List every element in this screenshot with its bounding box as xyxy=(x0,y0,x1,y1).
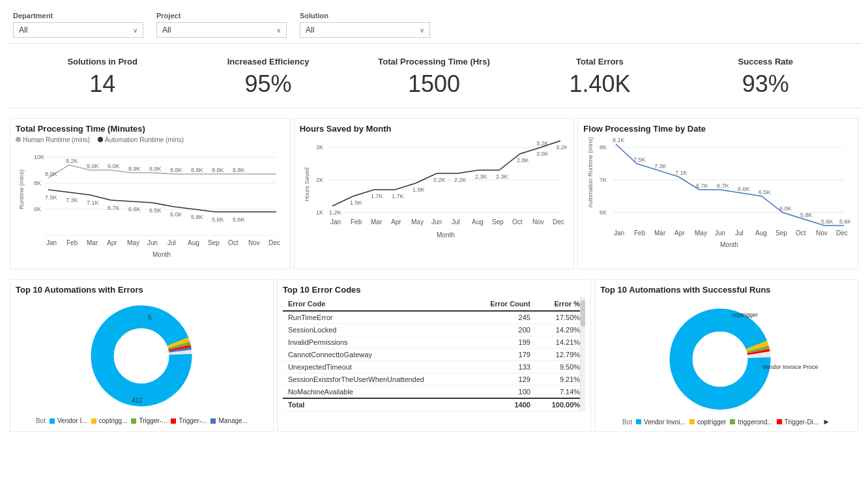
svg-text:Jan: Jan xyxy=(614,229,624,237)
svg-text:Aug: Aug xyxy=(472,218,484,226)
filters-row: Department All ∨ Project All ∨ Solution … xyxy=(7,7,861,44)
hours-saved-chart-container: 3K 2K 1K Hours Saved 1.2K 1.5K 1.7K 1.7K xyxy=(300,136,569,259)
successful-bot-label: Bot xyxy=(622,418,632,426)
legend-label-4: Trigger-... xyxy=(179,417,207,424)
errors-legend: Bot Vendor I... coptrigg... Trigger-... xyxy=(36,417,248,424)
svg-text:9.2K: 9.2K xyxy=(66,158,78,164)
svg-text:8.0K: 8.0K xyxy=(45,171,57,177)
svg-text:7.1K: 7.1K xyxy=(675,169,687,176)
table-row: UnexpectedTimeout1339.50% xyxy=(283,361,585,374)
scrollbar-thumb[interactable] xyxy=(581,300,585,327)
department-label: Department xyxy=(13,12,143,20)
errors-panel: Top 10 Automations with Errors xyxy=(10,279,274,432)
svg-text:Jul: Jul xyxy=(167,239,176,246)
svg-text:Oct: Oct xyxy=(228,239,239,246)
suc-legend-item-3: triggerond... xyxy=(730,418,772,426)
svg-text:Month: Month xyxy=(437,231,455,239)
table-cell: 9.50% xyxy=(536,361,585,374)
table-cell: NoMachineAvailable xyxy=(283,386,470,399)
nav-right-icon: ► xyxy=(822,417,830,426)
table-cell: 17.50% xyxy=(536,311,585,324)
legend-color-5 xyxy=(210,418,216,424)
legend-item-3: Trigger-... xyxy=(131,417,167,424)
legend-bot-label: Bot xyxy=(36,417,46,424)
total-pct: 100.00% xyxy=(536,398,585,411)
legend-label-5: Manage... xyxy=(218,417,247,424)
kpi-errors-title: Total Errors xyxy=(517,57,682,66)
solution-select[interactable]: All ∨ xyxy=(300,22,430,38)
svg-text:Nov: Nov xyxy=(532,218,544,226)
scrollbar-track[interactable] xyxy=(580,297,585,411)
table-cell: CannotConnecttoGateway xyxy=(283,349,470,361)
department-select[interactable]: All ∨ xyxy=(13,22,143,38)
svg-text:coptrigger: coptrigger xyxy=(732,312,758,318)
svg-text:Sep: Sep xyxy=(492,218,504,226)
table-cell: 200 xyxy=(470,324,536,336)
svg-text:Dec: Dec xyxy=(836,229,848,237)
suc-legend-item-nav[interactable]: ► xyxy=(822,417,830,426)
svg-text:May: May xyxy=(695,229,707,237)
successful-title: Top 10 Automations with Successful Runs xyxy=(600,285,852,295)
kpi-efficiency-value: 95% xyxy=(185,70,351,98)
successful-panel: Top 10 Automations with Successful Runs … xyxy=(594,279,858,432)
svg-text:1.7K: 1.7K xyxy=(371,193,383,199)
project-select[interactable]: All ∨ xyxy=(156,22,287,38)
svg-point-112 xyxy=(114,329,169,383)
svg-text:8K: 8K xyxy=(600,144,607,151)
error-codes-panel: Top 10 Error Codes Error Code Error Coun… xyxy=(277,279,591,432)
svg-text:7.3K: 7.3K xyxy=(654,163,667,169)
svg-text:Aug: Aug xyxy=(755,229,767,237)
col-error-pct: Error % xyxy=(536,297,585,311)
table-cell: 9.21% xyxy=(536,374,585,386)
kpi-success-rate: Success Rate 93% xyxy=(683,57,848,98)
error-codes-table-wrapper[interactable]: Error Code Error Count Error % RunTimeEr… xyxy=(283,297,585,411)
svg-text:6K: 6K xyxy=(34,206,41,212)
project-value: All xyxy=(162,25,171,35)
svg-text:2.8K: 2.8K xyxy=(517,157,529,164)
legend-item-4: Trigger-... xyxy=(171,417,207,424)
suc-legend-color-4 xyxy=(777,419,782,424)
svg-text:2.2K: 2.2K xyxy=(433,177,446,183)
svg-text:Jun: Jun xyxy=(715,229,725,237)
svg-text:Sep: Sep xyxy=(775,229,787,237)
svg-text:Mar: Mar xyxy=(87,239,98,246)
svg-text:5: 5 xyxy=(148,314,152,321)
svg-text:6K: 6K xyxy=(600,209,607,216)
svg-text:Feb: Feb xyxy=(634,229,646,237)
svg-text:2.3K: 2.3K xyxy=(475,173,487,180)
legend-label-1: Vendor I... xyxy=(57,417,87,424)
table-cell: 179 xyxy=(470,349,536,361)
legend-item-2: coptrigg... xyxy=(91,417,128,424)
total-count: 1400 xyxy=(470,398,536,411)
kpi-efficiency-title: Increased Efficiency xyxy=(185,57,351,66)
legend-color-4 xyxy=(171,418,176,424)
svg-text:Hours Saved: Hours Saved xyxy=(304,168,310,201)
processing-time-chart: Total Processing Time (Minutes) Human Ru… xyxy=(10,118,291,269)
hours-saved-chart: Hours Saved by Month 3K 2K 1K Hours Save… xyxy=(294,118,575,269)
svg-text:9.0K: 9.0K xyxy=(87,163,99,169)
svg-text:2.2K: 2.2K xyxy=(454,177,467,183)
svg-text:Apr: Apr xyxy=(107,239,117,246)
kpi-total-errors: Total Errors 1.40K xyxy=(517,57,682,98)
svg-text:Mar: Mar xyxy=(654,229,666,237)
svg-text:1.5K: 1.5K xyxy=(350,199,362,206)
legend-label-2: coptrigg... xyxy=(99,417,128,424)
svg-text:1.2K: 1.2K xyxy=(329,209,341,216)
svg-text:8K: 8K xyxy=(34,180,41,186)
table-cell: 245 xyxy=(470,311,536,324)
svg-text:Jul: Jul xyxy=(452,218,460,226)
table-row: SessionExistsforTheUserWhenUnattended129… xyxy=(283,374,585,386)
kpi-solutions-title: Solutions in Prod xyxy=(20,57,185,66)
table-row: CannotConnecttoGateway17912.79% xyxy=(283,349,585,361)
hours-saved-svg: 3K 2K 1K Hours Saved 1.2K 1.5K 1.7K 1.7K xyxy=(300,136,567,257)
svg-text:3.2K: 3.2K xyxy=(536,140,549,147)
svg-text:Jan: Jan xyxy=(46,239,57,246)
svg-text:3K: 3K xyxy=(316,144,323,151)
suc-legend-label-3: triggerond... xyxy=(738,418,772,426)
svg-text:2.3K: 2.3K xyxy=(496,173,508,180)
table-cell: InvalidPermissions xyxy=(283,336,470,349)
project-label: Project xyxy=(156,12,287,20)
successful-legend: Bot Vendor Invoi... coptrigger triggeron… xyxy=(622,417,830,426)
svg-text:6.7K: 6.7K xyxy=(717,183,729,189)
kpi-success-title: Success Rate xyxy=(683,57,848,66)
